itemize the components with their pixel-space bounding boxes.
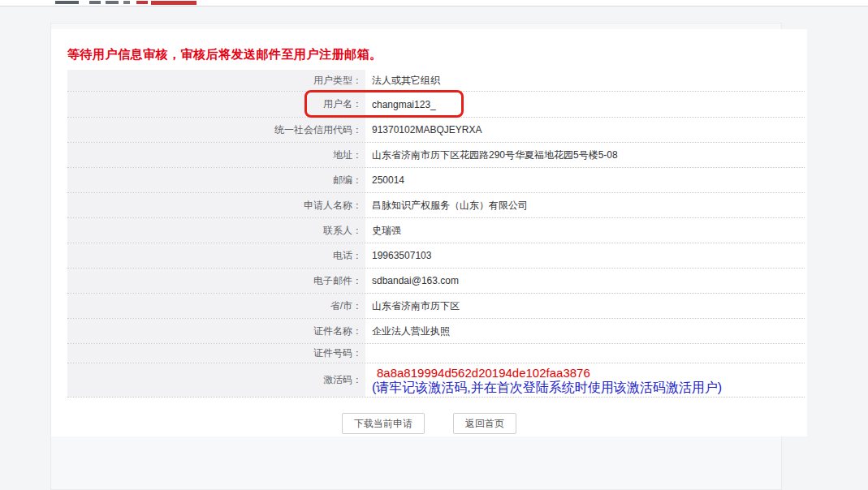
table-row: 电子邮件：sdbandai@163.com: [67, 269, 805, 294]
field-label: 电话：: [67, 243, 365, 268]
activation-note: (请牢记该激活码,并在首次登陆系统时使用该激活码激活用户): [372, 380, 805, 395]
field-label: 证件名称：: [67, 319, 365, 343]
field-label: 用户名：: [67, 92, 365, 117]
field-value: 山东省济南市历下区: [365, 299, 805, 313]
header-logo-fragment: [55, 1, 79, 4]
review-pending-notice: 等待用户信息审核，审核后将发送邮件至用户注册邮箱。: [67, 47, 382, 62]
field-label: 电子邮件：: [67, 269, 365, 293]
field-value: 企业法人营业执照: [365, 325, 805, 338]
field-label: 申请人名称：: [67, 193, 365, 217]
field-value: 法人或其它组织: [365, 74, 805, 88]
field-label: 用户类型：: [67, 70, 365, 91]
table-row: 申请人名称：昌脉知识产权服务（山东）有限公司: [67, 193, 805, 218]
table-row: 邮编：250014: [67, 168, 805, 193]
user-info-table: 用户类型：法人或其它组织用户名：changmai123_统一社会信用代码：913…: [67, 70, 805, 398]
field-value: 史瑞强: [365, 224, 805, 238]
field-label: 统一社会信用代码：: [67, 118, 365, 142]
registration-result-card: 等待用户信息审核，审核后将发送邮件至用户注册邮箱。 用户类型：法人或其它组织用户…: [51, 29, 807, 436]
field-label: 省/市：: [67, 294, 365, 318]
back-to-home-button[interactable]: 返回首页: [453, 413, 516, 434]
header-red-tab-fragment: [151, 1, 196, 5]
field-value: 8a8a819994d562d20194de102faa3876(请牢记该激活码…: [365, 366, 805, 395]
header-text-fragment: [123, 1, 130, 4]
field-value: 91370102MABQJEYRXA: [365, 124, 805, 135]
field-value: 250014: [365, 174, 805, 186]
table-row: 证件号码：: [67, 344, 805, 363]
header-text-fragment: [89, 1, 101, 4]
table-row: 统一社会信用代码：91370102MABQJEYRXA: [67, 118, 805, 143]
field-value: 19963507103: [365, 250, 805, 261]
table-row: 用户类型：法人或其它组织: [67, 70, 805, 92]
field-label: 邮编：: [67, 168, 365, 192]
field-value: 山东省济南市历下区花园路290号华夏福地花园5号楼5-08: [365, 148, 805, 162]
table-row: 联系人：史瑞强: [67, 218, 805, 243]
header-red-text-fragment: [136, 1, 148, 4]
table-row: 激活码：8a8a819994d562d20194de102faa3876(请牢记…: [67, 363, 805, 398]
table-row: 省/市：山东省济南市历下区: [67, 294, 805, 319]
download-application-button[interactable]: 下载当前申请: [342, 413, 425, 434]
table-row: 地址：山东省济南市历下区花园路290号华夏福地花园5号楼5-08: [67, 143, 805, 168]
field-value: changmai123_: [365, 99, 805, 110]
field-label: 联系人：: [67, 218, 365, 243]
field-label: 激活码：: [67, 363, 365, 397]
activation-code: 8a8a819994d562d20194de102faa3876: [372, 366, 805, 380]
table-row: 用户名：changmai123_: [67, 92, 805, 118]
field-value: sdbandai@163.com: [365, 275, 805, 286]
table-row: 证件名称：企业法人营业执照: [67, 319, 805, 344]
site-header-cutoff: [0, 0, 868, 6]
table-row: 电话：19963507103: [67, 243, 805, 269]
field-value: 昌脉知识产权服务（山东）有限公司: [365, 199, 805, 213]
field-label: 地址：: [67, 143, 365, 167]
header-text-fragment: [106, 1, 119, 4]
action-button-bar: 下载当前申请 返回首页: [51, 413, 807, 434]
field-label: 证件号码：: [67, 344, 365, 363]
